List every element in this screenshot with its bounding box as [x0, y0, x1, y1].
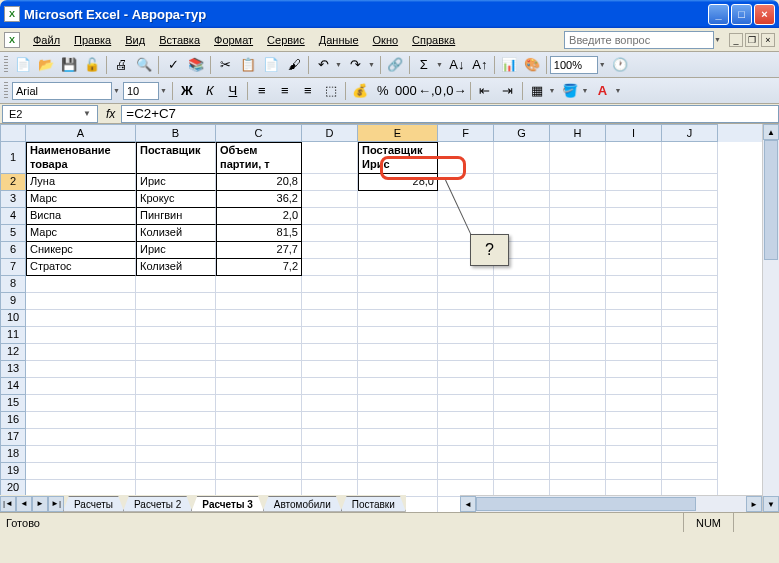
cell-E18[interactable] — [358, 446, 438, 463]
cell-C7[interactable]: 7,2 — [216, 259, 302, 276]
cell-G13[interactable] — [494, 361, 550, 378]
row-header-6[interactable]: 6 — [0, 242, 26, 259]
cell-B11[interactable] — [136, 327, 216, 344]
cell-D11[interactable] — [302, 327, 358, 344]
print-icon[interactable]: 🖨 — [110, 54, 132, 76]
cut-icon[interactable]: ✂ — [214, 54, 236, 76]
cell-D8[interactable] — [302, 276, 358, 293]
cell-F10[interactable] — [438, 310, 494, 327]
cell-C15[interactable] — [216, 395, 302, 412]
cell-F1[interactable] — [438, 142, 494, 174]
autosum-dropdown-icon[interactable]: ▼ — [434, 61, 445, 68]
cell-I8[interactable] — [606, 276, 662, 293]
zoom-input[interactable] — [550, 56, 598, 74]
row-header-7[interactable]: 7 — [0, 259, 26, 276]
cell-J6[interactable] — [662, 242, 718, 259]
sort-asc-icon[interactable]: A↓ — [446, 54, 468, 76]
cell-C17[interactable] — [216, 429, 302, 446]
cell-A10[interactable] — [26, 310, 136, 327]
font-name-input[interactable] — [12, 82, 112, 100]
cell-B13[interactable] — [136, 361, 216, 378]
cell-A6[interactable]: Сникерс — [26, 242, 136, 259]
open-icon[interactable]: 📂 — [35, 54, 57, 76]
cell-C5[interactable]: 81,5 — [216, 225, 302, 242]
cell-B6[interactable]: Ирис — [136, 242, 216, 259]
cell-A2[interactable]: Луна — [26, 174, 136, 191]
font-dropdown-icon[interactable]: ▼ — [111, 87, 122, 94]
row-header-8[interactable]: 8 — [0, 276, 26, 293]
save-icon[interactable]: 💾 — [58, 54, 80, 76]
vertical-scrollbar[interactable]: ▲ ▼ — [762, 124, 779, 512]
cell-F18[interactable] — [438, 446, 494, 463]
row-header-4[interactable]: 4 — [0, 208, 26, 225]
cell-D9[interactable] — [302, 293, 358, 310]
tab-next-icon[interactable]: ► — [32, 496, 48, 512]
cell-C19[interactable] — [216, 463, 302, 480]
column-header-I[interactable]: I — [606, 124, 662, 142]
cell-C6[interactable]: 27,7 — [216, 242, 302, 259]
borders-dropdown-icon[interactable]: ▼ — [547, 87, 558, 94]
cell-H8[interactable] — [550, 276, 606, 293]
select-all-corner[interactable] — [0, 124, 26, 142]
cell-J8[interactable] — [662, 276, 718, 293]
cell-D13[interactable] — [302, 361, 358, 378]
cell-B16[interactable] — [136, 412, 216, 429]
cell-F17[interactable] — [438, 429, 494, 446]
cell-H18[interactable] — [550, 446, 606, 463]
row-header-2[interactable]: 2 — [0, 174, 26, 191]
cell-F16[interactable] — [438, 412, 494, 429]
cell-J7[interactable] — [662, 259, 718, 276]
cell-D12[interactable] — [302, 344, 358, 361]
cell-B2[interactable]: Ирис — [136, 174, 216, 191]
undo-icon[interactable]: ↶ — [312, 54, 334, 76]
row-header-11[interactable]: 11 — [0, 327, 26, 344]
cell-C10[interactable] — [216, 310, 302, 327]
cell-C8[interactable] — [216, 276, 302, 293]
cell-C16[interactable] — [216, 412, 302, 429]
row-header-14[interactable]: 14 — [0, 378, 26, 395]
scroll-left-icon[interactable]: ◄ — [460, 496, 476, 512]
cell-J11[interactable] — [662, 327, 718, 344]
column-header-E[interactable]: E — [358, 124, 438, 142]
cell-E17[interactable] — [358, 429, 438, 446]
cell-J10[interactable] — [662, 310, 718, 327]
cell-I10[interactable] — [606, 310, 662, 327]
column-header-F[interactable]: F — [438, 124, 494, 142]
cell-B5[interactable]: Колизей — [136, 225, 216, 242]
cell-C11[interactable] — [216, 327, 302, 344]
comma-icon[interactable]: 000 — [395, 80, 417, 102]
cell-E1[interactable]: Поставщик Ирис — [358, 142, 438, 174]
cell-E11[interactable] — [358, 327, 438, 344]
cell-J2[interactable] — [662, 174, 718, 191]
cell-H14[interactable] — [550, 378, 606, 395]
cell-J4[interactable] — [662, 208, 718, 225]
new-icon[interactable]: 📄 — [12, 54, 34, 76]
cell-A1[interactable]: Наименование товара — [26, 142, 136, 174]
cell-D17[interactable] — [302, 429, 358, 446]
formula-input[interactable] — [121, 105, 779, 123]
cell-D6[interactable] — [302, 242, 358, 259]
sheet-tab-2[interactable]: Расчеты 3 — [191, 496, 263, 512]
cell-G10[interactable] — [494, 310, 550, 327]
cell-I4[interactable] — [606, 208, 662, 225]
cell-D15[interactable] — [302, 395, 358, 412]
cell-I19[interactable] — [606, 463, 662, 480]
cell-B3[interactable]: Крокус — [136, 191, 216, 208]
cell-J17[interactable] — [662, 429, 718, 446]
menu-insert[interactable]: Вставка — [152, 32, 207, 48]
menu-file[interactable]: Файл — [26, 32, 67, 48]
menu-tools[interactable]: Сервис — [260, 32, 312, 48]
cell-H11[interactable] — [550, 327, 606, 344]
scroll-up-icon[interactable]: ▲ — [763, 124, 779, 140]
row-header-15[interactable]: 15 — [0, 395, 26, 412]
cell-H7[interactable] — [550, 259, 606, 276]
cell-A19[interactable] — [26, 463, 136, 480]
align-right-icon[interactable]: ≡ — [297, 80, 319, 102]
percent-icon[interactable]: % — [372, 80, 394, 102]
doc-restore-button[interactable]: ❐ — [745, 33, 759, 47]
cell-A8[interactable] — [26, 276, 136, 293]
cell-F9[interactable] — [438, 293, 494, 310]
cell-B15[interactable] — [136, 395, 216, 412]
cell-B4[interactable]: Пингвин — [136, 208, 216, 225]
cell-A7[interactable]: Стратос — [26, 259, 136, 276]
